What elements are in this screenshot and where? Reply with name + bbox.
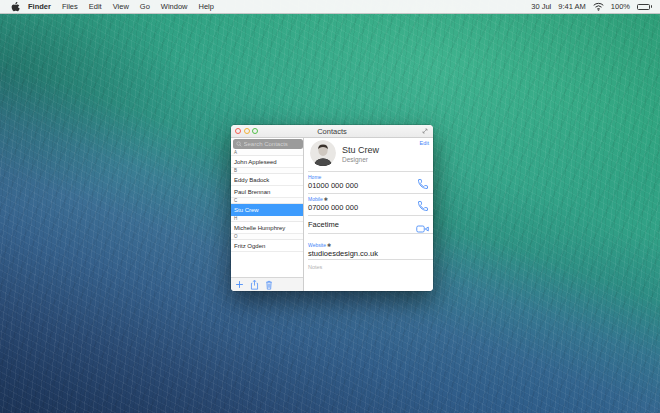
menu-item-window[interactable]: Window: [161, 2, 188, 11]
notes-label: Notes: [308, 264, 322, 270]
title-bar[interactable]: Contacts: [231, 125, 433, 138]
facetime-call-button[interactable]: [416, 220, 429, 238]
mobile-field-label: Mobile✱: [308, 196, 328, 202]
divider: [308, 171, 433, 172]
contact-row[interactable]: Eddy Badock: [231, 174, 303, 186]
facetime-label: Facetime: [308, 220, 339, 229]
menu-item-go[interactable]: Go: [140, 2, 150, 11]
fullscreen-button[interactable]: [421, 127, 429, 135]
menu-date[interactable]: 30 Jul: [531, 2, 551, 11]
avatar-photo: [310, 140, 336, 166]
menu-item-view[interactable]: View: [113, 2, 129, 11]
call-home-button[interactable]: [417, 176, 429, 194]
menu-item-files[interactable]: Files: [62, 2, 78, 11]
battery-icon[interactable]: [637, 4, 652, 10]
minimize-button[interactable]: [244, 128, 250, 134]
home-phone-value: 01000 000 000: [308, 181, 358, 190]
contact-avatar[interactable]: [310, 140, 336, 166]
contact-detail-pane: Edit Stu Crew Designer Home 01000 000 00…: [304, 138, 433, 291]
add-contact-button[interactable]: [235, 280, 244, 289]
website-value[interactable]: studioesdesign.co.uk: [308, 249, 378, 258]
menu-items: FinderFilesEditViewGoWindowHelp: [28, 2, 214, 11]
apple-logo-icon: [11, 2, 20, 12]
contact-row[interactable]: John Appleseed: [231, 156, 303, 168]
window-controls: [235, 128, 258, 134]
delete-contact-button[interactable]: [265, 280, 273, 290]
menu-item-help[interactable]: Help: [199, 2, 214, 11]
search-placeholder: Search Contacts: [244, 141, 288, 147]
share-button[interactable]: [250, 280, 259, 290]
battery-percent: 100%: [611, 2, 630, 11]
contact-name: Stu Crew: [342, 145, 379, 155]
home-field-label: Home: [308, 174, 321, 180]
wifi-icon[interactable]: [593, 2, 604, 11]
menu-item-edit[interactable]: Edit: [89, 2, 102, 11]
divider: [308, 215, 433, 216]
sidebar-toolbar: [231, 277, 303, 291]
divider: [308, 233, 433, 234]
contacts-sidebar: Search Contacts AJohn AppleseedBEddy Bad…: [231, 138, 304, 291]
contact-list: AJohn AppleseedBEddy BadockPaul BrennanC…: [231, 150, 303, 277]
contact-row[interactable]: Michelle Humphrey: [231, 222, 303, 234]
notes-area[interactable]: [308, 271, 433, 291]
divider: [308, 259, 433, 260]
search-icon: [236, 141, 242, 147]
phone-icon: [417, 200, 429, 212]
menu-clock[interactable]: 9:41 AM: [558, 2, 586, 11]
expand-arrows-icon: [421, 127, 429, 135]
contact-row[interactable]: Paul Brennan: [231, 186, 303, 198]
contact-row[interactable]: Stu Crew: [231, 204, 303, 216]
contacts-window: Contacts Search Contacts AJohn Appleseed…: [231, 125, 433, 291]
mobile-phone-value: 07000 000 000: [308, 203, 358, 212]
phone-icon: [417, 178, 429, 190]
call-mobile-button[interactable]: [417, 198, 429, 216]
contact-role: Designer: [342, 156, 368, 163]
menu-bar: FinderFilesEditViewGoWindowHelp 30 Jul 9…: [0, 0, 660, 14]
contact-row[interactable]: Fritz Ogden: [231, 240, 303, 252]
close-button[interactable]: [235, 128, 241, 134]
window-title: Contacts: [231, 127, 433, 136]
search-input[interactable]: Search Contacts: [233, 139, 303, 149]
divider: [308, 193, 433, 194]
website-field-label: Website✱: [308, 242, 331, 248]
edit-button[interactable]: Edit: [420, 140, 429, 146]
menu-item-finder[interactable]: Finder: [28, 2, 51, 11]
zoom-button[interactable]: [252, 128, 258, 134]
menu-bar-status: 30 Jul 9:41 AM 100%: [531, 2, 652, 11]
apple-menu[interactable]: [8, 2, 22, 12]
